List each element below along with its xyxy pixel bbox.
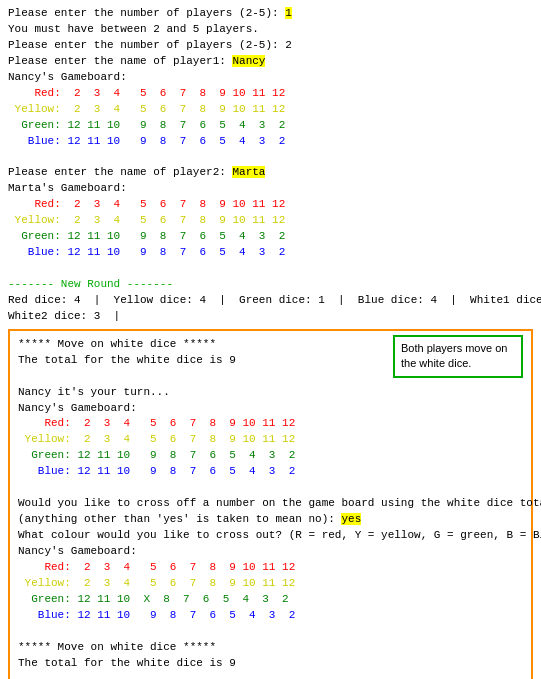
marta-board-green-1: Green: 12 11 10 9 8 7 6 5 4 3 2 (8, 229, 533, 245)
white-dice-tooltip: Both players move on the white dice. (393, 335, 523, 378)
nancy-gameboard-label-2: Nancy's Gameboard: (18, 544, 523, 560)
line-1: Please enter the number of players (2-5)… (8, 6, 533, 22)
nancy-ob2-blue: Blue: 12 11 10 9 8 7 6 5 4 3 2 (18, 608, 523, 624)
line-7: Marta's Gameboard: (8, 181, 533, 197)
nancy-board-green-1: Green: 12 11 10 9 8 7 6 5 4 3 2 (8, 118, 533, 134)
nancy-gameboard-label-1: Nancy's Gameboard: (18, 401, 523, 417)
main-content: Please enter the number of players (2-5)… (0, 0, 541, 679)
dice-line: Red dice: 4 | Yellow dice: 4 | Green dic… (8, 293, 533, 309)
nancy-ob-red: Red: 2 3 4 5 6 7 8 9 10 11 12 (18, 416, 523, 432)
nancy-ob-blue: Blue: 12 11 10 9 8 7 6 5 4 3 2 (18, 464, 523, 480)
nancy-turn: Nancy it's your turn... (18, 385, 523, 401)
nancy-ob2-yellow: Yellow: 2 3 4 5 6 7 8 9 10 11 12 (18, 576, 523, 592)
marta-board-blue-1: Blue: 12 11 10 9 8 7 6 5 4 3 2 (8, 245, 533, 261)
line-2: You must have between 2 and 5 players. (8, 22, 533, 38)
nancy-ob2-green: Green: 12 11 10 X 8 7 6 5 4 3 2 (18, 592, 523, 608)
blank-4 (18, 480, 523, 496)
marta-board-yellow-1: Yellow: 2 3 4 5 6 7 8 9 10 11 12 (8, 213, 533, 229)
blank-2 (8, 261, 533, 277)
nancy-yes: yes (341, 513, 361, 525)
nancy-ob-yellow: Yellow: 2 3 4 5 6 7 8 9 10 11 12 (18, 432, 523, 448)
nancy-question1: Would you like to cross off a number on … (18, 496, 523, 512)
new-round-label: ------- New Round ------- (8, 277, 533, 293)
nancy-board-yellow-1: Yellow: 2 3 4 5 6 7 8 9 10 11 12 (8, 102, 533, 118)
nancy-question1b: (anything other than 'yes' is taken to m… (18, 512, 523, 528)
line-3: Please enter the number of players (2-5)… (8, 38, 533, 54)
blank-1 (8, 149, 533, 165)
marta-board-red-1: Red: 2 3 4 5 6 7 8 9 10 11 12 (8, 197, 533, 213)
line-5: Nancy's Gameboard: (8, 70, 533, 86)
nancy-ob2-red: Red: 2 3 4 5 6 7 8 9 10 11 12 (18, 560, 523, 576)
white2-line: White2 dice: 3 | (8, 309, 533, 325)
nancy-ob-green: Green: 12 11 10 9 8 7 6 5 4 3 2 (18, 448, 523, 464)
white-dice-header-2: ***** Move on white dice ***** (18, 640, 523, 656)
orange-box: Both players move on the white dice. ***… (8, 329, 533, 679)
line-6: Please enter the name of player2: Marta (8, 165, 533, 181)
player1-name: Nancy (232, 55, 265, 67)
pre-box-lines: Please enter the number of players (2-5)… (8, 6, 533, 325)
blank-5 (18, 624, 523, 640)
player2-name: Marta (232, 166, 265, 178)
white-dice-total-2: The total for the white dice is 9 (18, 656, 523, 672)
blank-6 (18, 671, 523, 679)
nancy-board-red-1: Red: 2 3 4 5 6 7 8 9 10 11 12 (8, 86, 533, 102)
nancy-question2: What colour would you like to cross out?… (18, 528, 523, 544)
nancy-board-blue-1: Blue: 12 11 10 9 8 7 6 5 4 3 2 (8, 134, 533, 150)
line-4: Please enter the name of player1: Nancy (8, 54, 533, 70)
input-1: 1 (285, 7, 292, 19)
